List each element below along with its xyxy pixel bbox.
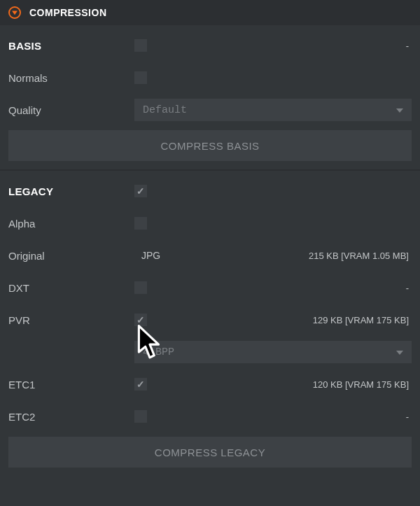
legacy-heading: LEGACY (8, 185, 127, 197)
pvr-row: PVR 129 KB [VRAM 175 KB] (8, 304, 412, 336)
dxt-checkbox[interactable] (134, 281, 147, 294)
panel-header[interactable]: COMPRESSION (0, 0, 420, 25)
panel-title: COMPRESSION (29, 7, 107, 18)
pvr-info: 129 KB [VRAM 175 KB] (224, 315, 412, 325)
legacy-section: LEGACY Alpha Original JPG 215 KB [VRAM 1… (0, 169, 420, 476)
quality-row: Quality Default (8, 94, 412, 126)
collapse-icon (8, 6, 21, 19)
svg-marker-1 (396, 108, 403, 113)
original-row: Original JPG 215 KB [VRAM 1.05 MB] (8, 239, 412, 272)
chevron-down-icon (396, 104, 403, 116)
etc2-checkbox[interactable] (134, 410, 147, 423)
compress-legacy-button[interactable]: COMPRESS LEGACY (8, 437, 412, 468)
etc2-info: - (224, 412, 412, 422)
dxt-label: DXT (8, 282, 127, 294)
quality-label: Quality (8, 104, 127, 116)
svg-marker-2 (396, 351, 403, 355)
dxt-info: - (224, 283, 412, 293)
legacy-row: LEGACY (8, 175, 412, 207)
pvr-select[interactable]: 4 BPP (134, 341, 412, 363)
compression-panel: COMPRESSION BASIS - Normals Quality Defa… (0, 0, 420, 476)
basis-heading: BASIS (8, 40, 127, 52)
etc2-row: ETC2 - (8, 400, 412, 433)
chevron-down-icon (396, 346, 403, 358)
original-info: 215 KB [VRAM 1.05 MB] (204, 251, 412, 261)
compress-basis-button[interactable]: COMPRESS BASIS (8, 130, 412, 161)
alpha-checkbox[interactable] (134, 217, 147, 230)
original-format: JPG (141, 250, 197, 261)
normals-row: Normals (8, 62, 412, 94)
basis-row: BASIS - (8, 29, 412, 62)
original-label: Original (8, 250, 127, 262)
pvr-select-row: 4 BPP (8, 336, 412, 368)
etc1-info: 120 KB [VRAM 175 KB] (224, 379, 412, 390)
pvr-checkbox[interactable] (134, 314, 147, 326)
etc1-checkbox[interactable] (134, 378, 147, 391)
etc2-label: ETC2 (8, 411, 127, 423)
normals-checkbox[interactable] (134, 71, 147, 84)
quality-select-value: Default (143, 104, 187, 116)
basis-info: - (224, 41, 412, 51)
legacy-checkbox[interactable] (134, 185, 147, 197)
alpha-row: Alpha (8, 207, 412, 239)
etc1-label: ETC1 (8, 379, 127, 391)
dxt-row: DXT - (8, 272, 412, 304)
quality-select[interactable]: Default (134, 99, 412, 121)
svg-marker-0 (12, 11, 18, 15)
normals-label: Normals (8, 72, 127, 84)
etc1-row: ETC1 120 KB [VRAM 175 KB] (8, 368, 412, 400)
alpha-label: Alpha (8, 218, 127, 230)
basis-section: BASIS - Normals Quality Default (0, 25, 420, 169)
pvr-label: PVR (8, 314, 127, 326)
pvr-select-value: 4 BPP (143, 346, 174, 358)
basis-checkbox[interactable] (134, 39, 147, 52)
